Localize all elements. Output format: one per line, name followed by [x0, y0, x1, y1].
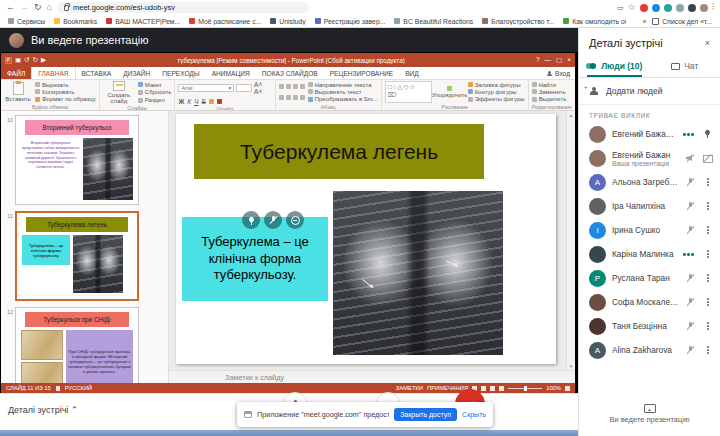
reading-view-icon[interactable] [490, 386, 495, 391]
home-icon[interactable]: ⌂ [47, 3, 52, 12]
participant-row[interactable]: Іра Чапилхіна [579, 194, 720, 218]
convert-smartart-button[interactable]: Преобразовать в Sm... [308, 96, 378, 102]
extension-icon[interactable] [640, 4, 648, 12]
bookmark-item[interactable]: Благоустройство т... [482, 18, 554, 25]
extension-icon[interactable] [652, 4, 660, 12]
shape-outline-button[interactable]: Контур фигуры [468, 89, 525, 95]
participant-action-icon[interactable] [703, 345, 712, 355]
participant-action-icon[interactable] [703, 249, 712, 259]
layout-button[interactable]: Макет [138, 82, 172, 88]
fit-to-window-icon[interactable] [565, 386, 570, 391]
find-button[interactable]: Найти [532, 82, 567, 88]
new-slide-button[interactable]: Создать слайд [103, 81, 135, 104]
participant-row[interactable]: A Alina Zakharova [579, 338, 720, 362]
vertical-scrollbar[interactable]: ▴▾ [566, 111, 575, 370]
align-left-icon[interactable] [279, 95, 284, 100]
bookmark-item[interactable]: Unistudy [270, 18, 305, 25]
hide-notification-button[interactable]: Скрыть [462, 411, 486, 418]
add-people-button[interactable]: + Додати людей [579, 78, 720, 105]
slide-sorter-icon[interactable] [481, 386, 486, 391]
align-right-icon[interactable] [293, 95, 298, 100]
paste-button[interactable]: Вставить [4, 81, 32, 103]
close-icon[interactable]: × [705, 38, 710, 48]
slide-title-box[interactable]: Туберкулема легень [194, 124, 484, 179]
bullets-icon[interactable] [279, 84, 284, 89]
ribbon-tab[interactable]: ВИД [399, 67, 425, 79]
tab-people[interactable]: Люди (10) [579, 56, 650, 77]
line-spacing-icon[interactable] [300, 84, 305, 89]
align-text-button[interactable]: Выровнять текст [308, 89, 378, 95]
participant-row[interactable]: Р Руслана Таран [579, 266, 720, 290]
participant-action-icon[interactable] [703, 225, 712, 235]
help-button[interactable]: ? [536, 56, 540, 64]
spellcheck-icon[interactable] [56, 386, 60, 391]
minimize-button[interactable]: — [545, 56, 552, 64]
current-slide[interactable]: Туберкулема легень Туберкулема – це клін… [176, 114, 556, 364]
close-button[interactable]: × [567, 56, 571, 64]
ribbon-tab[interactable]: ГЛАВНАЯ [31, 67, 75, 79]
address-bar[interactable]: meet.google.com/esi-udob-ysv [57, 2, 309, 13]
slide-thumbnail-12[interactable]: Туберкульоз при СНІДі При СНІДі туберкул… [15, 307, 139, 383]
participant-action-icon[interactable] [703, 321, 712, 331]
ribbon-tab[interactable]: ДИЗАЙН [117, 67, 156, 79]
align-center-icon[interactable] [286, 95, 291, 100]
overlay-pin-button[interactable] [242, 211, 260, 229]
save-icon[interactable]: ▣ [15, 56, 21, 64]
ribbon-tab[interactable]: ВСТАВКА [76, 67, 118, 79]
forward-icon[interactable]: → [20, 3, 29, 12]
participant-action-icon[interactable] [703, 201, 712, 211]
highlight-color-icon[interactable] [209, 99, 214, 104]
ribbon-tab[interactable]: ФАЙЛ [1, 67, 31, 79]
participant-action-icon[interactable] [703, 297, 712, 307]
extension-icon[interactable] [688, 4, 696, 12]
underline-button[interactable]: Ч [194, 98, 198, 105]
shape-fill-button[interactable]: Заливка фигуры [468, 82, 525, 88]
bookmark-item[interactable]: Реєстрацію завер... [315, 18, 386, 25]
ribbon-tab[interactable]: РЕЦЕНЗИРОВАНИЕ [324, 67, 399, 79]
font-size-select[interactable] [236, 84, 252, 92]
refresh-icon[interactable]: ↻ [34, 3, 42, 12]
format-painter-button[interactable]: Формат по образцу [35, 96, 96, 102]
overlay-mute-button[interactable] [264, 211, 282, 229]
font-color-icon[interactable] [217, 99, 222, 104]
meeting-details-toggle[interactable]: Деталі зустрічі ⌃ [8, 405, 78, 415]
replace-button[interactable]: Заменить [532, 89, 567, 95]
extension-icon[interactable] [700, 4, 708, 12]
bookmark-item[interactable]: BC Beautiful Reactions [394, 18, 473, 25]
ppt-title-bar[interactable]: P ▣ ↺ ↻ ▶ туберкулема [Режим совместимос… [1, 53, 575, 67]
arrange-button[interactable]: Упорядочить [435, 81, 465, 103]
overlay-zoom-out-button[interactable] [286, 211, 304, 229]
ribbon-tab[interactable]: ПОКАЗ СЛАЙДОВ [256, 67, 324, 79]
text-direction-button[interactable]: Направление текста [308, 82, 378, 88]
zoom-slider[interactable] [508, 388, 542, 389]
participant-action-icon[interactable] [703, 153, 712, 163]
notes-toggle[interactable]: ЗАМЕТКИ [396, 385, 423, 391]
participant-action-icon[interactable] [703, 129, 712, 139]
participant-row[interactable]: Евгений Бажан Ваша презентація [579, 146, 720, 170]
more-bookmarks-chevron[interactable]: » [643, 18, 647, 25]
slideshow-view-icon[interactable] [499, 386, 504, 391]
participant-row[interactable]: І Ірина Сушко [579, 218, 720, 242]
participant-row[interactable]: Таня Безцінна [579, 314, 720, 338]
slide-xray-image[interactable] [333, 191, 503, 355]
bookmark-item[interactable]: Моё расписание с... [189, 18, 261, 25]
slide-thumbnail-11-selected[interactable]: Туберкулема легень Туберкулема – це клін… [15, 211, 139, 301]
ribbon-tab[interactable]: АНИМАЦИЯ [206, 67, 256, 79]
browser-menu-icon[interactable]: ⫶ [712, 3, 714, 12]
participant-action-icon[interactable] [703, 273, 712, 283]
cut-button[interactable]: Вырезать [35, 82, 96, 88]
redo-icon[interactable]: ↻ [33, 56, 38, 64]
reset-button[interactable]: Сбросить [138, 89, 172, 95]
cast-icon[interactable]: ▭ [617, 4, 624, 11]
bookmark-item[interactable]: ВАШ МАСТЕР|Рем... [106, 18, 180, 25]
zoom-level[interactable]: 100% [546, 385, 561, 391]
shape-effects-button[interactable]: Эффекты фигуры [468, 96, 525, 102]
slide-thumbnail-10[interactable]: Вторинний туберкульоз Вторинний туберкул… [15, 115, 139, 205]
strikethrough-button[interactable]: S [202, 98, 206, 105]
italic-button[interactable]: К [187, 98, 191, 105]
notes-pane[interactable]: Заметки к слайду [169, 370, 575, 383]
shapes-gallery[interactable]: □○△◇☆ ⌦ [385, 81, 432, 103]
ribbon-tab[interactable]: ПЕРЕХОДЫ [156, 67, 205, 79]
stop-sharing-button[interactable]: Закрыть доступ [394, 408, 457, 421]
slideshow-icon[interactable]: ▶ [41, 56, 46, 64]
